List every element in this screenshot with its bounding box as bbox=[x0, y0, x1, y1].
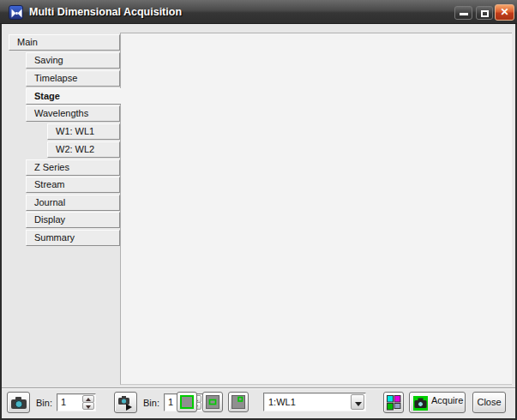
camera-icon bbox=[11, 397, 27, 409]
tab-journal[interactable]: Journal bbox=[26, 195, 120, 211]
window-title: Multi Dimensional Acquisition bbox=[29, 0, 182, 24]
dropdown-arrow-icon[interactable] bbox=[351, 394, 364, 410]
snap-image-button[interactable] bbox=[7, 392, 30, 413]
tab-stage[interactable]: Stage bbox=[26, 88, 121, 105]
region-roi-button[interactable] bbox=[228, 392, 249, 412]
title-bar[interactable]: Multi Dimensional Acquisition ✕ bbox=[0, 0, 517, 24]
dialog-window: Multi Dimensional Acquisition ✕ Main Sav… bbox=[0, 0, 517, 420]
tab-stream[interactable]: Stream bbox=[26, 177, 120, 193]
region-center-icon bbox=[206, 395, 219, 409]
maximize-button[interactable] bbox=[476, 6, 493, 20]
region-full-button[interactable] bbox=[177, 392, 197, 412]
stage-panel bbox=[120, 33, 512, 385]
tab-summary[interactable]: Summary bbox=[26, 230, 120, 246]
close-label: Close bbox=[477, 397, 501, 407]
tab-wavelengths[interactable]: Wavelengths bbox=[26, 105, 120, 122]
camera-play-icon bbox=[118, 396, 134, 411]
tab-display[interactable]: Display bbox=[26, 212, 120, 228]
wavelength-selected-value: 1:WL1 bbox=[264, 393, 352, 411]
display-luts-button[interactable] bbox=[383, 392, 404, 413]
close-dialog-button[interactable]: Close bbox=[472, 392, 506, 413]
tab-w1-wl1[interactable]: W1: WL1 bbox=[47, 123, 120, 140]
region-center-button[interactable] bbox=[202, 392, 223, 412]
color-channels-icon bbox=[387, 395, 401, 411]
bin1-value[interactable]: 1 bbox=[57, 394, 82, 411]
region-full-icon bbox=[180, 395, 194, 409]
close-window-button[interactable]: ✕ bbox=[495, 4, 514, 21]
minimize-button[interactable] bbox=[454, 6, 472, 20]
bin1-spin-down[interactable] bbox=[82, 402, 94, 410]
acquire-camera-icon bbox=[413, 396, 428, 411]
wavelength-select[interactable]: 1:WL1 bbox=[263, 393, 366, 411]
region-roi-icon bbox=[231, 395, 245, 409]
tab-w2-wl2[interactable]: W2: WL2 bbox=[47, 141, 120, 158]
tab-main[interactable]: Main bbox=[9, 34, 120, 51]
acquire-label: Acquire bbox=[431, 395, 463, 405]
tab-timelapse[interactable]: Timelapse bbox=[26, 70, 120, 87]
bin1-label: Bin: bbox=[36, 398, 52, 408]
acquire-button[interactable]: Acquire bbox=[409, 392, 466, 413]
bin2-label: Bin: bbox=[143, 398, 159, 408]
acquire-with-settings-button[interactable] bbox=[114, 392, 137, 413]
bin1-spinner[interactable]: 1 bbox=[57, 393, 96, 411]
metamorph-logo-icon bbox=[9, 5, 23, 20]
tab-saving[interactable]: Saving bbox=[26, 52, 120, 69]
tab-z-series[interactable]: Z Series bbox=[26, 159, 120, 176]
